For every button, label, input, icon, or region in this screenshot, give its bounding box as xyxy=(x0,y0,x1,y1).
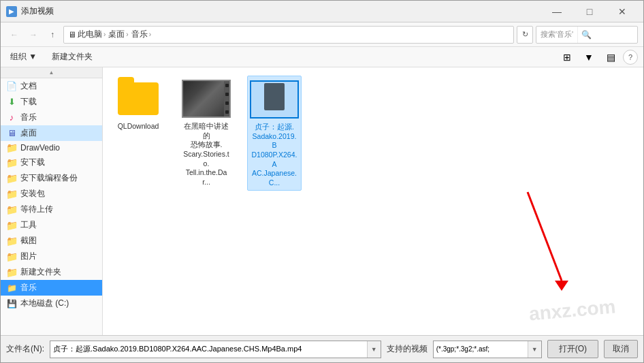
sidebar-item-tools[interactable]: 📁 工具 xyxy=(1,217,102,233)
file-label-sadako: 贞子：起源.Sadako.2019.BD1080P.X264.AAC.Japan… xyxy=(251,123,298,187)
breadcrumb[interactable]: 🖥 此电脑 › 桌面 › 音乐 › xyxy=(63,26,514,44)
sep2: › xyxy=(126,31,128,38)
sidebar-label-downloads: 下载 xyxy=(20,96,37,108)
filename-input-wrapper: ▼ xyxy=(50,341,381,358)
file-thumb-qldownload xyxy=(114,78,163,119)
cancel-button[interactable]: 取消 xyxy=(604,340,638,358)
sidebar-label-documents: 文档 xyxy=(20,80,37,92)
sidebar-item-install[interactable]: 📁 安装包 xyxy=(1,186,102,202)
title-icon: ▶ xyxy=(6,6,17,17)
sidebar-item-screenshots[interactable]: 📁 截图 xyxy=(1,233,102,249)
sidebar-label-anxiazai-prog: 安下载编程备份 xyxy=(20,172,78,184)
open-button[interactable]: 打开(O) xyxy=(547,340,598,358)
sidebar-item-downloads[interactable]: ⬇ 下载 xyxy=(1,94,102,110)
nav-toolbar: ← → ↑ 🖥 此电脑 › 桌面 › 音乐 › ↻ 搜索'音乐' 🔍 xyxy=(1,22,643,47)
file-item-scary[interactable]: 在黑暗中讲述的恐怖故事.Scary.Stories.to.Tell.in.the… xyxy=(179,76,234,189)
file-label-scary: 在黑暗中讲述的恐怖故事.Scary.Stories.to.Tell.in.the… xyxy=(182,122,231,187)
title-text: 添加视频 xyxy=(21,5,54,17)
sidebar-item-music-folder[interactable]: 📁 音乐 xyxy=(1,280,102,296)
sidebar-item-pictures[interactable]: 📁 图片 xyxy=(1,249,102,264)
sidebar-label-screenshots: 截图 xyxy=(20,235,37,247)
sep1: › xyxy=(103,31,106,38)
filetype-dropdown-button[interactable]: ▼ xyxy=(528,341,541,358)
drive-c-icon: 💾 xyxy=(6,299,17,309)
sidebar-label-newfolder: 新建文件夹 xyxy=(20,266,61,278)
sidebar-scroll-up[interactable]: ▲ xyxy=(1,67,102,78)
organize-toolbar: 组织 ▼ 新建文件夹 ⊞ ▼ ▤ ? xyxy=(1,47,643,67)
sidebar-item-upload[interactable]: 📁 等待上传 xyxy=(1,202,102,217)
breadcrumb-item-desktop: 桌面 › xyxy=(108,29,128,40)
forward-button[interactable]: → xyxy=(25,27,42,43)
sidebar-item-drive-c[interactable]: 💾 本地磁盘 (C:) xyxy=(1,296,102,311)
maximize-button[interactable]: □ xyxy=(574,2,605,21)
music-label: 音乐 xyxy=(131,29,148,40)
filetype-select-wrapper: (*.3gp;*.3g2;*.asf; ▼ xyxy=(433,341,542,358)
folder-pictures-icon: 📁 xyxy=(6,252,17,262)
film-hole xyxy=(225,84,229,87)
sidebar-item-drawvedio[interactable]: 📁 DrawVedio xyxy=(1,141,102,155)
sidebar-item-anxiazai-prog[interactable]: 📁 安下载编程备份 xyxy=(1,170,102,186)
sidebar-label-music-folder: 音乐 xyxy=(20,282,37,294)
help-button[interactable]: ? xyxy=(623,50,638,65)
scary-video-content xyxy=(183,81,229,116)
view-dropdown-button[interactable]: ▼ xyxy=(579,50,598,65)
sidebar-label-install: 安装包 xyxy=(20,188,45,200)
sidebar-label-tools: 工具 xyxy=(20,219,37,231)
filename-input[interactable] xyxy=(50,345,367,353)
sidebar-item-desktop[interactable]: 🖥 桌面 xyxy=(1,125,102,141)
search-label: 搜索'音乐' xyxy=(536,27,578,43)
sidebar-label-anxiazai: 安下载 xyxy=(20,157,45,168)
svg-marker-1 xyxy=(555,281,568,291)
folder-screenshots-icon: 📁 xyxy=(6,236,17,246)
refresh-button[interactable]: ↻ xyxy=(517,26,533,44)
desktop-icon: 🖥 xyxy=(6,129,17,138)
sidebar: ▲ 📄 文档 ⬇ 下载 ♪ 音乐 🖥 桌面 📁 DrawVedio xyxy=(1,67,103,335)
film-hole xyxy=(225,110,229,114)
sidebar-label-drawvedio: DrawVedio xyxy=(20,143,60,153)
film-strip-right-scary xyxy=(224,81,229,116)
file-item-sadako[interactable]: 贞子：起源.Sadako.2019.BD1080P.X264.AAC.Japan… xyxy=(247,76,302,191)
organize-button[interactable]: 组织 ▼ xyxy=(6,50,41,64)
view-large-icon-button[interactable]: ⊞ xyxy=(558,50,577,65)
dialog-window: ▶ 添加视频 — □ ✕ ← → ↑ 🖥 此电脑 › 桌面 › 音乐 › xyxy=(0,0,644,363)
view-pane-button[interactable]: ▤ xyxy=(601,50,620,65)
sidebar-label-music: 音乐 xyxy=(20,112,37,123)
folder-drawvedio-icon: 📁 xyxy=(6,143,17,153)
filename-dropdown-button[interactable]: ▼ xyxy=(367,341,381,358)
scary-video-thumb xyxy=(182,80,231,118)
file-item-qldownload[interactable]: QLDownload xyxy=(111,76,165,134)
folder-large-icon xyxy=(118,82,159,115)
sidebar-item-music[interactable]: ♪ 音乐 xyxy=(1,110,102,125)
main-content: ▲ 📄 文档 ⬇ 下载 ♪ 音乐 🖥 桌面 📁 DrawVedio xyxy=(1,67,643,335)
breadcrumb-item-music: 音乐 › xyxy=(131,29,151,40)
close-button[interactable]: ✕ xyxy=(607,2,638,21)
new-folder-button[interactable]: 新建文件夹 xyxy=(46,50,98,64)
breadcrumb-item-pc: 🖥 此电脑 › xyxy=(68,29,106,40)
sidebar-item-documents[interactable]: 📄 文档 xyxy=(1,78,102,94)
title-bar: ▶ 添加视频 — □ ✕ xyxy=(1,1,643,22)
filename-label: 文件名(N): xyxy=(6,343,44,355)
sidebar-item-newfolder[interactable]: 📁 新建文件夹 xyxy=(1,264,102,280)
title-controls: — □ ✕ xyxy=(541,2,638,21)
folder-install-icon: 📁 xyxy=(6,189,17,199)
back-button[interactable]: ← xyxy=(6,27,22,43)
sadako-video-thumb xyxy=(250,80,299,119)
search-button[interactable]: 🔍 xyxy=(578,27,594,43)
sidebar-item-anxiazai[interactable]: 📁 安下载 xyxy=(1,155,102,170)
file-label-qldownload: QLDownload xyxy=(118,122,159,131)
folder-anxiazai-icon: 📁 xyxy=(6,158,17,168)
red-arrow xyxy=(521,185,575,294)
folder-new-icon: 📁 xyxy=(6,268,17,277)
file-area: QLDownload xyxy=(103,67,643,335)
music-icon: ♪ xyxy=(6,113,17,123)
desktop-label: 桌面 xyxy=(108,29,125,40)
up-button[interactable]: ↑ xyxy=(44,27,61,43)
folder-tools-icon: 📁 xyxy=(6,221,17,230)
minimize-button[interactable]: — xyxy=(541,2,573,21)
watermark: anxz.com xyxy=(528,296,617,325)
pc-label: 此电脑 xyxy=(78,29,102,40)
sidebar-label-drive-c: 本地磁盘 (C:) xyxy=(20,298,69,309)
search-bar: 搜索'音乐' 🔍 xyxy=(536,26,638,44)
sidebar-label-upload: 等待上传 xyxy=(20,204,53,215)
sidebar-label-desktop: 桌面 xyxy=(20,127,37,139)
